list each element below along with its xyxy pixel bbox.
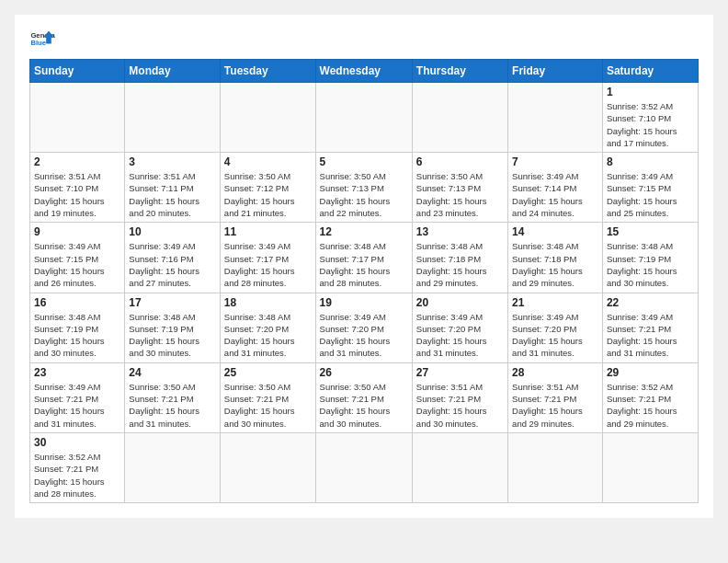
calendar-cell: [315, 83, 412, 153]
day-info: Sunrise: 3:48 AM Sunset: 7:19 PM Dayligh…: [34, 311, 120, 360]
day-number: 28: [512, 366, 598, 379]
day-info: Sunrise: 3:51 AM Sunset: 7:10 PM Dayligh…: [34, 170, 120, 219]
calendar-table: SundayMondayTuesdayWednesdayThursdayFrid…: [29, 59, 699, 503]
calendar-cell: 30Sunrise: 3:52 AM Sunset: 7:21 PM Dayli…: [30, 432, 125, 502]
calendar-cell: 5Sunrise: 3:50 AM Sunset: 7:13 PM Daylig…: [315, 153, 412, 223]
day-number: 19: [320, 296, 408, 309]
col-header-thursday: Thursday: [412, 60, 507, 83]
day-number: 10: [129, 225, 216, 238]
calendar-cell: 11Sunrise: 3:49 AM Sunset: 7:17 PM Dayli…: [220, 223, 315, 293]
col-header-wednesday: Wednesday: [315, 60, 412, 83]
calendar-cell: 27Sunrise: 3:51 AM Sunset: 7:21 PM Dayli…: [412, 362, 507, 432]
calendar-cell: [508, 432, 603, 502]
calendar-cell: [220, 432, 315, 502]
calendar-cell: 7Sunrise: 3:49 AM Sunset: 7:14 PM Daylig…: [508, 153, 603, 223]
calendar-cell: [602, 432, 698, 502]
calendar-cell: 16Sunrise: 3:48 AM Sunset: 7:19 PM Dayli…: [30, 293, 125, 362]
calendar-cell: [125, 83, 221, 153]
col-header-sunday: Sunday: [30, 60, 125, 83]
calendar-cell: 8Sunrise: 3:49 AM Sunset: 7:15 PM Daylig…: [602, 153, 698, 223]
day-number: 17: [129, 296, 216, 309]
day-info: Sunrise: 3:52 AM Sunset: 7:21 PM Dayligh…: [607, 381, 694, 430]
calendar-week-2: 2Sunrise: 3:51 AM Sunset: 7:10 PM Daylig…: [30, 153, 699, 223]
day-number: 5: [320, 155, 408, 168]
day-info: Sunrise: 3:49 AM Sunset: 7:15 PM Dayligh…: [607, 170, 694, 219]
calendar-cell: 2Sunrise: 3:51 AM Sunset: 7:10 PM Daylig…: [30, 153, 125, 223]
col-header-saturday: Saturday: [602, 60, 698, 83]
day-number: 6: [416, 155, 504, 168]
calendar-cell: 1Sunrise: 3:52 AM Sunset: 7:10 PM Daylig…: [602, 83, 698, 153]
col-header-friday: Friday: [508, 60, 603, 83]
day-info: Sunrise: 3:48 AM Sunset: 7:19 PM Dayligh…: [607, 240, 694, 289]
calendar-cell: [125, 432, 221, 502]
day-info: Sunrise: 3:49 AM Sunset: 7:20 PM Dayligh…: [320, 311, 408, 360]
day-number: 26: [320, 366, 408, 379]
day-info: Sunrise: 3:49 AM Sunset: 7:21 PM Dayligh…: [607, 311, 694, 360]
day-info: Sunrise: 3:48 AM Sunset: 7:20 PM Dayligh…: [224, 311, 312, 360]
day-number: 29: [607, 366, 694, 379]
calendar-cell: 3Sunrise: 3:51 AM Sunset: 7:11 PM Daylig…: [125, 153, 221, 223]
calendar-cell: 29Sunrise: 3:52 AM Sunset: 7:21 PM Dayli…: [602, 362, 698, 432]
day-info: Sunrise: 3:49 AM Sunset: 7:17 PM Dayligh…: [224, 240, 312, 289]
day-number: 12: [320, 225, 408, 238]
calendar-week-5: 23Sunrise: 3:49 AM Sunset: 7:21 PM Dayli…: [30, 362, 699, 432]
day-info: Sunrise: 3:51 AM Sunset: 7:11 PM Dayligh…: [129, 170, 216, 219]
day-number: 24: [129, 366, 216, 379]
day-number: 3: [129, 155, 216, 168]
svg-text:Blue: Blue: [30, 39, 46, 47]
calendar-cell: 4Sunrise: 3:50 AM Sunset: 7:12 PM Daylig…: [220, 153, 315, 223]
day-number: 1: [607, 86, 694, 98]
calendar-cell: [30, 83, 125, 153]
day-number: 15: [607, 225, 694, 238]
calendar-cell: 24Sunrise: 3:50 AM Sunset: 7:21 PM Dayli…: [125, 362, 221, 432]
calendar-week-1: 1Sunrise: 3:52 AM Sunset: 7:10 PM Daylig…: [30, 83, 699, 153]
day-number: 16: [34, 296, 120, 309]
day-info: Sunrise: 3:49 AM Sunset: 7:16 PM Dayligh…: [129, 240, 216, 289]
day-number: 13: [416, 225, 504, 238]
calendar-cell: 28Sunrise: 3:51 AM Sunset: 7:21 PM Dayli…: [508, 362, 603, 432]
day-number: 18: [224, 296, 312, 309]
calendar-cell: [315, 432, 412, 502]
col-header-monday: Monday: [125, 60, 221, 83]
day-number: 23: [34, 366, 120, 379]
calendar-cell: 10Sunrise: 3:49 AM Sunset: 7:16 PM Dayli…: [125, 223, 221, 293]
day-info: Sunrise: 3:51 AM Sunset: 7:21 PM Dayligh…: [416, 381, 504, 430]
calendar-week-3: 9Sunrise: 3:49 AM Sunset: 7:15 PM Daylig…: [30, 223, 699, 293]
day-number: 4: [224, 155, 312, 168]
day-info: Sunrise: 3:50 AM Sunset: 7:13 PM Dayligh…: [416, 170, 504, 219]
day-info: Sunrise: 3:50 AM Sunset: 7:21 PM Dayligh…: [320, 381, 408, 430]
calendar-cell: 25Sunrise: 3:50 AM Sunset: 7:21 PM Dayli…: [220, 362, 315, 432]
day-info: Sunrise: 3:48 AM Sunset: 7:17 PM Dayligh…: [320, 240, 408, 289]
day-info: Sunrise: 3:50 AM Sunset: 7:21 PM Dayligh…: [224, 381, 312, 430]
day-number: 2: [34, 155, 120, 168]
day-info: Sunrise: 3:49 AM Sunset: 7:21 PM Dayligh…: [34, 381, 120, 430]
day-number: 11: [224, 225, 312, 238]
calendar-week-4: 16Sunrise: 3:48 AM Sunset: 7:19 PM Dayli…: [30, 293, 699, 362]
day-number: 8: [607, 155, 694, 168]
calendar-cell: [412, 83, 507, 153]
calendar-cell: [220, 83, 315, 153]
day-number: 22: [607, 296, 694, 309]
logo-icon: General Blue: [29, 26, 55, 52]
calendar-cell: 9Sunrise: 3:49 AM Sunset: 7:15 PM Daylig…: [30, 223, 125, 293]
day-number: 14: [512, 225, 598, 238]
calendar-header-row: SundayMondayTuesdayWednesdayThursdayFrid…: [30, 60, 699, 83]
logo: General Blue: [29, 26, 61, 52]
day-number: 27: [416, 366, 504, 379]
calendar-cell: 26Sunrise: 3:50 AM Sunset: 7:21 PM Dayli…: [315, 362, 412, 432]
day-number: 30: [34, 436, 120, 449]
calendar-cell: 17Sunrise: 3:48 AM Sunset: 7:19 PM Dayli…: [125, 293, 221, 362]
day-info: Sunrise: 3:50 AM Sunset: 7:12 PM Dayligh…: [224, 170, 312, 219]
calendar-cell: 15Sunrise: 3:48 AM Sunset: 7:19 PM Dayli…: [602, 223, 698, 293]
calendar-cell: [508, 83, 603, 153]
day-info: Sunrise: 3:49 AM Sunset: 7:15 PM Dayligh…: [34, 240, 120, 289]
calendar-container: General Blue SundayMondayTuesdayWednesda…: [15, 15, 713, 518]
day-info: Sunrise: 3:48 AM Sunset: 7:18 PM Dayligh…: [416, 240, 504, 289]
calendar-cell: 21Sunrise: 3:49 AM Sunset: 7:20 PM Dayli…: [508, 293, 603, 362]
calendar-cell: 6Sunrise: 3:50 AM Sunset: 7:13 PM Daylig…: [412, 153, 507, 223]
day-number: 21: [512, 296, 598, 309]
day-info: Sunrise: 3:49 AM Sunset: 7:14 PM Dayligh…: [512, 170, 598, 219]
day-info: Sunrise: 3:49 AM Sunset: 7:20 PM Dayligh…: [512, 311, 598, 360]
day-number: 25: [224, 366, 312, 379]
day-info: Sunrise: 3:49 AM Sunset: 7:20 PM Dayligh…: [416, 311, 504, 360]
